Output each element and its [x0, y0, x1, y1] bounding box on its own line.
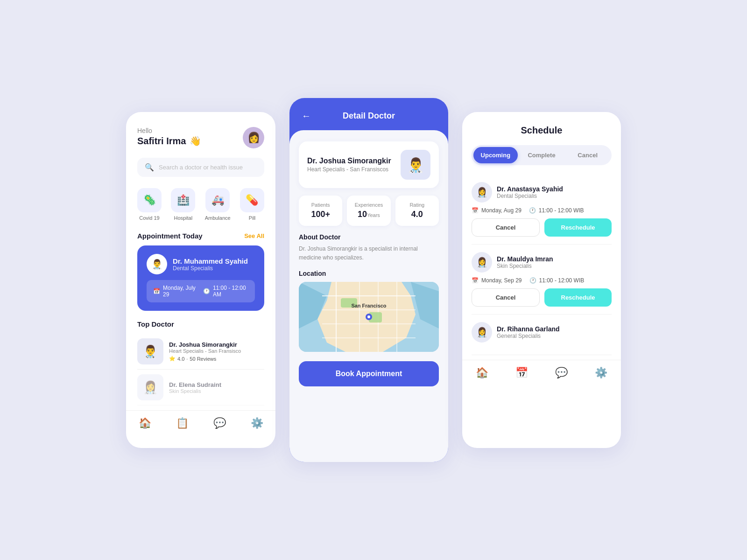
- back-button[interactable]: ←: [299, 109, 314, 124]
- stat-rating: Rating 4.0: [395, 196, 439, 226]
- category-hospital[interactable]: 🏥 Hospital: [171, 188, 195, 221]
- stat-label: Patients: [303, 202, 338, 208]
- nav-settings-icon[interactable]: ⚙️: [595, 367, 607, 379]
- stat-label: Rating: [400, 202, 434, 208]
- search-placeholder: Search a doctor or health issue: [159, 164, 243, 171]
- home-screen: Hello Safitri Irma 👋 👩 🔍 Search a doctor…: [126, 112, 275, 448]
- nav-chat-icon[interactable]: 💬: [213, 417, 226, 429]
- cancel-button[interactable]: Cancel: [472, 218, 540, 237]
- nav-home-icon[interactable]: 🏠: [476, 367, 488, 379]
- stat-value: 4.0: [400, 210, 434, 219]
- username-text: Safitri Irma: [137, 136, 186, 147]
- tab-cancel[interactable]: Cancel: [565, 147, 610, 163]
- schedule-time: 11:00 - 12:00 WIB: [539, 207, 584, 214]
- schedule-time: 11:00 - 12:00 WIB: [539, 277, 585, 284]
- clock-icon: 🕐: [203, 288, 210, 294]
- covid-label: Covid 19: [139, 215, 159, 221]
- doctor-info-card: Dr. Joshua Simorangkir Heart Specialis -…: [299, 141, 439, 188]
- appointment-card: 👨‍⚕️ Dr. Muhammed Syahid Dental Speciali…: [137, 245, 264, 311]
- detail-doctor-spec: Heart Specialis - San Fransiscos: [307, 166, 391, 173]
- nav-chat-icon[interactable]: 💬: [555, 367, 568, 379]
- pill-label: Pill: [249, 215, 256, 221]
- category-covid[interactable]: 🦠 Covid 19: [137, 188, 162, 221]
- doctor-rating: 4.0: [177, 356, 184, 362]
- appointment-doctor-name: Dr. Muhammed Syahid: [173, 257, 248, 265]
- location-title: Location: [299, 270, 439, 277]
- stats-row: Patients 100+ Experiences 10Years Rating…: [299, 196, 439, 226]
- schedule-doctor-name: Dr. Anastasya Syahid: [497, 185, 563, 193]
- calendar-icon: 📅: [153, 288, 160, 294]
- search-box[interactable]: 🔍 Search a doctor or health issue: [137, 158, 264, 177]
- appointment-date: Monday, July 29: [163, 285, 197, 298]
- star-icon: ⭐: [169, 356, 176, 362]
- detail-doctor-screen: ← Detail Doctor Dr. Joshua Simorangkir H…: [289, 98, 448, 462]
- stat-experience: Experiences 10Years: [347, 196, 390, 226]
- clock-icon: 🕐: [529, 277, 536, 284]
- appointment-doctor-spec: Dental Specialis: [173, 265, 248, 272]
- stat-value: 10Years: [352, 210, 386, 219]
- stat-value: 100+: [303, 210, 338, 219]
- book-appointment-button[interactable]: Book Appointment: [299, 361, 439, 386]
- schedule-list: 👩‍⚕️ Dr. Anastasya Syahid Dental Special…: [472, 175, 612, 355]
- svg-text:San Francisco: San Francisco: [351, 303, 386, 308]
- list-item[interactable]: 👨‍⚕️ Dr. Joshua Simorangkir Heart Specia…: [137, 334, 264, 370]
- schedule-title: Schedule: [472, 125, 612, 136]
- top-doctor-title: Top Doctor: [137, 320, 264, 328]
- appointment-time: 11:00 - 12:00 AM: [213, 285, 248, 298]
- cancel-button[interactable]: Cancel: [472, 288, 540, 307]
- schedule-item: 👩‍⚕️ Dr. Anastasya Syahid Dental Special…: [472, 175, 612, 245]
- stat-label: Experiences: [352, 202, 386, 208]
- location-section: Location: [299, 270, 439, 352]
- schedule-date: Monday, Aug 29: [481, 207, 521, 214]
- hospital-icon: 🏥: [171, 188, 195, 212]
- detail-doctor-photo: 👨‍⚕️: [401, 150, 430, 180]
- detail-doctor-name: Dr. Joshua Simorangkir: [307, 157, 391, 165]
- calendar-icon: 📅: [472, 207, 479, 214]
- schedule-doctor-name: Dr. Rihanna Garland: [497, 325, 560, 333]
- about-title: About Doctor: [299, 233, 439, 241]
- doctor-name: Dr. Joshua Simorangkir: [169, 341, 241, 348]
- schedule-doctor-avatar: 👩‍⚕️: [472, 182, 492, 203]
- ambulance-icon: 🚑: [205, 188, 230, 212]
- about-section: About Doctor Dr. Joshua Simorangkir is a…: [299, 233, 439, 262]
- doctor-reviews: 50 Reviews: [190, 356, 216, 362]
- greeting-text: Hello: [137, 127, 201, 134]
- screens-container: Hello Safitri Irma 👋 👩 🔍 Search a doctor…: [126, 98, 621, 462]
- list-item[interactable]: 👩‍⚕️ Dr. Elena Sudraint Skin Specialis: [137, 370, 264, 406]
- schedule-item: 👩‍⚕️ Dr. Rihanna Garland General Special…: [472, 315, 612, 355]
- reschedule-button[interactable]: Reschedule: [544, 288, 612, 307]
- schedule-doctor-spec: Skin Specialis: [497, 263, 553, 269]
- stat-patients: Patients 100+: [299, 196, 342, 226]
- reschedule-button[interactable]: Reschedule: [544, 218, 612, 237]
- nav-settings-icon[interactable]: ⚙️: [251, 417, 263, 429]
- calendar-icon: 📅: [472, 277, 479, 284]
- svg-point-13: [367, 315, 370, 318]
- tab-complete[interactable]: Complete: [520, 147, 564, 163]
- doctor-thumb: 👩‍⚕️: [137, 374, 163, 400]
- schedule-doctor-avatar: 👩‍⚕️: [472, 322, 492, 343]
- map-container: San Francisco: [299, 282, 439, 352]
- doctor-thumb: 👨‍⚕️: [137, 338, 163, 364]
- category-ambulance[interactable]: 🚑 Ambulance: [205, 188, 231, 221]
- user-avatar: 👩: [243, 127, 264, 148]
- tab-upcoming[interactable]: Upcoming: [473, 147, 518, 163]
- nav-home-icon[interactable]: 🏠: [139, 417, 151, 429]
- nav-calendar-icon[interactable]: 📅: [515, 367, 528, 379]
- bottom-nav: 🏠 📅 💬 ⚙️: [462, 360, 621, 388]
- schedule-date: Monday, Sep 29: [481, 277, 522, 284]
- doctor-name: Dr. Elena Sudraint: [169, 381, 221, 388]
- doctor-spec: Skin Specialis: [169, 388, 221, 394]
- pill-icon: 💊: [240, 188, 264, 212]
- nav-list-icon[interactable]: 📋: [176, 417, 189, 429]
- wave-icon: 👋: [190, 135, 201, 147]
- category-pill[interactable]: 💊 Pill: [240, 188, 264, 221]
- schedule-doctor-spec: General Specialis: [497, 333, 560, 339]
- appointment-doctor-avatar: 👨‍⚕️: [147, 254, 167, 274]
- about-text: Dr. Joshua Simorangkir is a specialist i…: [299, 245, 439, 262]
- see-all-button[interactable]: See All: [244, 232, 264, 239]
- schedule-screen: Schedule Upcoming Complete Cancel 👩‍⚕️ D…: [462, 112, 621, 448]
- doctor-spec: Heart Specialis - San Fransisco: [169, 348, 241, 354]
- tabs-row: Upcoming Complete Cancel: [472, 145, 612, 165]
- schedule-doctor-name: Dr. Mauldya Imran: [497, 255, 553, 263]
- screen-title: Detail Doctor: [343, 111, 395, 121]
